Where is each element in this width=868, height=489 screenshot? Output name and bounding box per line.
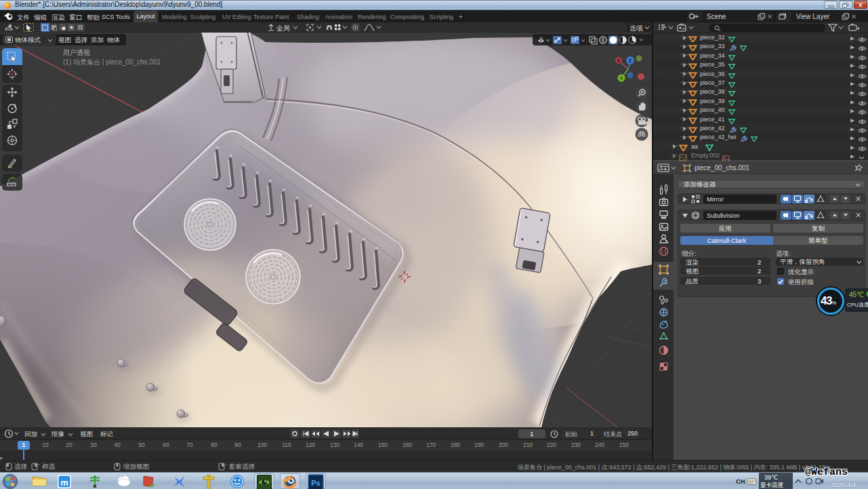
svg-text:Y: Y <box>620 76 623 81</box>
svg-text:Z: Z <box>629 58 632 63</box>
svg-text:m: m <box>60 477 68 488</box>
svg-text:Ps: Ps <box>311 479 320 487</box>
svg-text:X: X <box>617 58 621 63</box>
